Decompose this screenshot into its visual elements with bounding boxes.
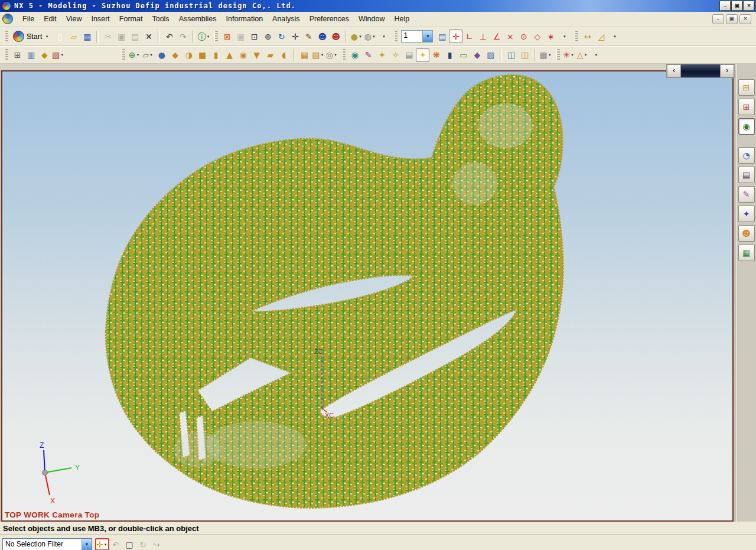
snap-point-button[interactable]: ✛ [449,30,462,43]
system-tools-tab[interactable]: ✦ [738,206,755,222]
point-button-dropdown[interactable]: ▾ [136,53,141,57]
subtract-button-dropdown[interactable]: ▾ [320,53,324,57]
toolbar-grip[interactable] [5,31,8,43]
intersection-point-button[interactable]: × [503,30,517,43]
menu-item-assemblies[interactable]: Assemblies [174,13,221,25]
unite-button[interactable]: ▦ [298,48,311,62]
deviation-gauge-button[interactable]: ◿ [594,30,608,43]
zoom-in-out-button[interactable]: ⊕ [261,30,275,43]
information-button[interactable]: ⓘ▾ [197,30,211,43]
work-layer-combo[interactable]: 1 ▼ [401,30,433,43]
shell-button[interactable]: ◎▾ [325,48,338,62]
menu-item-preferences[interactable]: Preferences [305,13,354,25]
block-button[interactable]: ■ [195,48,209,62]
toolbar-grip[interactable] [214,31,218,43]
shaded-display-button-dropdown[interactable]: ▾ [358,34,363,39]
restore-button[interactable]: ▣ [732,1,742,11]
dock-scrollbar-right-arrow[interactable]: › [720,64,734,77]
true-shading-button[interactable]: ▮ [443,48,457,62]
mdi-minimize-button[interactable]: – [712,14,724,24]
cut-button[interactable]: ✂ [101,30,115,43]
menu-item-tools[interactable]: Tools [147,13,174,25]
datum-plane-button[interactable]: ▱▾ [141,48,155,62]
pad-button[interactable]: ▰ [263,48,277,62]
window-cascade-button[interactable]: ◫ [504,48,518,62]
menu-item-insert[interactable]: Insert [87,13,115,25]
menu-item-window[interactable]: Window [354,13,389,25]
point-button[interactable]: ⊕▾ [128,48,141,62]
redo-button[interactable]: ↷ [176,30,190,43]
snap-toolbar-overflow-dropdown[interactable]: ▾ [562,34,567,39]
selection-filter-dropdown[interactable]: ▼ [82,539,92,550]
zoom-fill-button[interactable]: ▣ [234,30,247,43]
graphics-viewport[interactable]: ZC XC YC Z Y X TOP WORK Camera Top [1,70,734,522]
shaded-view-button[interactable]: ◆ [38,48,51,62]
model-view-button[interactable]: ▥ [24,48,38,62]
minimize-button[interactable]: – [720,1,731,11]
control-point-button[interactable]: ∠ [490,30,503,43]
visual-studio-button[interactable]: ✎ [361,48,375,62]
point-set-button-dropdown[interactable]: ▾ [570,53,575,57]
snap-point-toggle-button[interactable]: ✛▾ [95,538,109,550]
edit-work-view-button[interactable]: ✎ [302,30,315,43]
toolbar-grip[interactable] [5,49,8,61]
view-toolbar-overflow-dropdown[interactable]: ▾ [382,34,386,39]
toolbar-grip[interactable] [575,31,578,43]
dock-scrollbar-left-arrow[interactable]: ‹ [667,64,681,77]
form-feature-overflow-dropdown[interactable]: ▾ [594,53,598,57]
menu-item-format[interactable]: Format [115,13,148,25]
image-preferences-button[interactable]: ▭ [457,48,470,62]
pocket-button[interactable]: ▼ [250,48,263,62]
revolve-button[interactable]: ◑ [182,48,195,62]
paste-button[interactable]: ▤ [128,30,142,43]
display-mode-button[interactable]: ▩▾ [539,48,552,62]
measure-toolbar-overflow[interactable]: ▾ [608,30,621,43]
wireframe-display-button[interactable]: ◍▾ [363,30,377,43]
menu-item-view[interactable]: View [61,13,87,25]
open-button[interactable]: ▱ [67,30,80,43]
mdi-close-button[interactable]: ✕ [739,14,751,24]
part-navigator-tab[interactable]: ◉ [738,118,755,135]
view-toolbar-overflow[interactable]: ▾ [377,30,390,43]
form-feature-overflow[interactable]: ▾ [589,48,603,62]
cylinder-button[interactable]: ▮ [209,48,223,62]
dock-scrollbar[interactable]: ‹ › [666,64,735,78]
menu-item-information[interactable]: Information [221,13,268,25]
new-part-button[interactable]: ▯ [53,30,67,43]
window-tile-button[interactable]: ◫ [518,48,532,62]
measure-distance-button[interactable]: ↔ [581,30,594,43]
menu-item-file[interactable]: File [18,13,39,25]
quadrant-point-button[interactable]: ◇ [530,30,544,43]
orient-view-iso-button[interactable]: ☻ [329,30,343,43]
save-button[interactable]: ▦ [80,30,94,43]
gallery-tab[interactable]: ▦ [738,245,755,261]
snap-point-toggle-button-dropdown[interactable]: ▾ [103,542,108,547]
start-dropdown[interactable]: ▾ [44,34,49,39]
materials-button[interactable]: ◆ [470,48,484,62]
groove-button[interactable]: ◖ [277,48,291,62]
subtract-button[interactable]: ▧▾ [311,48,325,62]
notebook-tab[interactable]: ▤ [738,167,755,183]
information-button-dropdown[interactable]: ▾ [206,34,210,39]
end-point-button[interactable]: ∟ [462,30,476,43]
drag-reference-button[interactable]: ↪ [150,538,164,550]
collaboration-tab[interactable]: ☻ [738,225,755,242]
cone-button[interactable]: ▲ [223,48,236,62]
visual-effects-button[interactable]: ▨ [484,48,497,62]
menu-item-help[interactable]: Help [390,13,415,25]
layer-settings-button[interactable]: ▤ [435,30,449,43]
datum-csys-button-dropdown[interactable]: ▾ [584,53,588,57]
copy-button[interactable]: ▣ [115,30,128,43]
hole-button[interactable]: ◉ [236,48,250,62]
color-palette-button[interactable]: ❋ [429,48,443,62]
mdi-restore-button[interactable]: ▣ [726,14,738,24]
section-view-button-dropdown[interactable]: ▾ [60,53,64,57]
menu-item-analysis[interactable]: Analysis [268,13,305,25]
extrude-button[interactable]: ◆ [168,48,182,62]
history-tab[interactable]: ◔ [738,147,755,164]
toolbar-grip[interactable] [394,31,397,43]
close-button[interactable]: ✕ [744,1,754,11]
deselect-all-button[interactable]: ▢ [123,538,136,550]
scene-light-button[interactable]: ✧ [389,48,402,62]
datum-plane-button-dropdown[interactable]: ▾ [149,53,154,57]
